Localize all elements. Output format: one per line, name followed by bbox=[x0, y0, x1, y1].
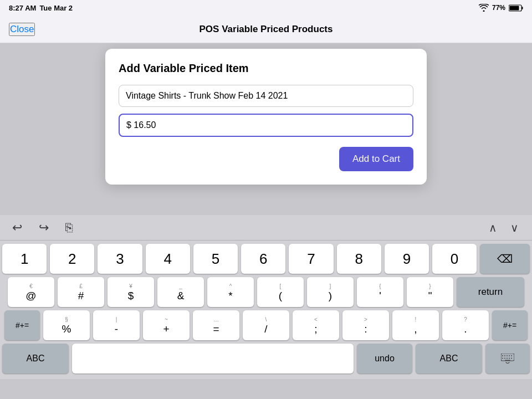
key-equals[interactable]: …= bbox=[193, 310, 239, 340]
key-semicolon[interactable]: <; bbox=[293, 310, 339, 340]
battery-level: 77% bbox=[492, 4, 505, 12]
key-4[interactable]: 4 bbox=[146, 244, 190, 274]
key-return[interactable]: return bbox=[457, 277, 524, 307]
svg-point-5 bbox=[502, 355, 503, 356]
undo-toolbar-button[interactable]: ↩ bbox=[9, 218, 25, 237]
key-8[interactable]: 8 bbox=[337, 244, 381, 274]
time: 8:27 AM bbox=[9, 4, 36, 12]
key-5[interactable]: 5 bbox=[193, 244, 238, 274]
key-delete[interactable]: ⌫ bbox=[480, 244, 530, 274]
svg-point-11 bbox=[504, 358, 505, 359]
key-mode-switch[interactable]: #+= bbox=[4, 310, 40, 340]
key-mode-switch-2[interactable]: #+= bbox=[492, 310, 528, 340]
key-slash[interactable]: \/ bbox=[243, 310, 289, 340]
status-right: 77% bbox=[479, 4, 523, 12]
key-6[interactable]: 6 bbox=[241, 244, 285, 274]
nav-title: POS Variable Priced Products bbox=[200, 24, 333, 35]
svg-rect-3 bbox=[501, 354, 514, 361]
date: Tue Mar 2 bbox=[39, 4, 73, 12]
modal-title: Add Variable Priced Item bbox=[119, 62, 413, 75]
keyboard: 1 2 3 4 5 6 7 8 9 0 ⌫ €@ £# ¥$ _& ^* [( … bbox=[0, 241, 532, 379]
add-to-cart-button[interactable]: Add to Cart bbox=[339, 147, 413, 171]
price-input[interactable] bbox=[119, 114, 413, 137]
svg-point-8 bbox=[509, 355, 510, 356]
paste-toolbar-button[interactable]: ⎘ bbox=[62, 218, 76, 237]
keyboard-dismiss-icon bbox=[501, 354, 514, 364]
keyboard-row-2: €@ £# ¥$ _& ^* [( ]) {' }" return bbox=[2, 277, 530, 307]
wifi-icon bbox=[479, 4, 489, 12]
key-minus[interactable]: |- bbox=[93, 310, 140, 340]
svg-point-6 bbox=[504, 355, 505, 356]
toolbar-right: ∧ ∨ bbox=[484, 219, 523, 237]
battery-icon bbox=[509, 4, 523, 12]
key-1[interactable]: 1 bbox=[2, 244, 47, 274]
key-asterisk[interactable]: ^* bbox=[207, 277, 254, 307]
modal-backdrop: Add Variable Priced Item Add to Cart bbox=[0, 43, 532, 215]
key-abc[interactable]: ABC bbox=[2, 344, 69, 374]
key-double-quote[interactable]: }" bbox=[407, 277, 453, 307]
key-colon[interactable]: >: bbox=[342, 310, 389, 340]
key-2[interactable]: 2 bbox=[50, 244, 94, 274]
key-dollar[interactable]: ¥$ bbox=[108, 277, 154, 307]
keyboard-row-4: ABC undo ABC bbox=[2, 344, 530, 374]
status-left: 8:27 AM Tue Mar 2 bbox=[9, 4, 73, 12]
svg-point-13 bbox=[509, 358, 510, 359]
key-9[interactable]: 9 bbox=[385, 244, 429, 274]
keyboard-toolbar: ↩ ↪ ⎘ ∧ ∨ bbox=[0, 215, 532, 241]
key-ampersand[interactable]: _& bbox=[157, 277, 204, 307]
key-at[interactable]: €@ bbox=[8, 277, 54, 307]
toolbar-left: ↩ ↪ ⎘ bbox=[9, 218, 76, 237]
status-bar: 8:27 AM Tue Mar 2 77% bbox=[0, 0, 532, 16]
item-name-input[interactable] bbox=[119, 85, 413, 107]
key-3[interactable]: 3 bbox=[98, 244, 142, 274]
key-keyboard-icon[interactable] bbox=[485, 344, 530, 374]
key-percent[interactable]: §% bbox=[43, 310, 90, 340]
key-close-paren[interactable]: ]) bbox=[307, 277, 354, 307]
svg-point-14 bbox=[511, 358, 512, 359]
key-hash[interactable]: £# bbox=[58, 277, 104, 307]
key-open-paren[interactable]: [( bbox=[257, 277, 304, 307]
svg-rect-2 bbox=[510, 6, 519, 10]
key-7[interactable]: 7 bbox=[289, 244, 333, 274]
key-single-quote[interactable]: {' bbox=[357, 277, 403, 307]
modal-footer: Add to Cart bbox=[119, 147, 413, 171]
modal-card: Add Variable Priced Item Add to Cart bbox=[105, 49, 427, 185]
keyboard-row-1: 1 2 3 4 5 6 7 8 9 0 ⌫ bbox=[2, 244, 530, 274]
svg-point-7 bbox=[507, 355, 508, 356]
svg-rect-1 bbox=[522, 7, 523, 9]
keyboard-row-3: #+= §% |- ~+ …= \/ <; >: !, ?. #+= bbox=[2, 310, 530, 340]
key-0[interactable]: 0 bbox=[432, 244, 477, 274]
svg-point-12 bbox=[507, 358, 508, 359]
arrow-down-button[interactable]: ∨ bbox=[506, 219, 523, 237]
key-plus[interactable]: ~+ bbox=[143, 310, 190, 340]
close-button[interactable]: Close bbox=[9, 23, 35, 36]
arrow-up-button[interactable]: ∧ bbox=[484, 219, 502, 237]
key-abc-2[interactable]: ABC bbox=[416, 344, 482, 374]
key-space[interactable] bbox=[72, 344, 354, 374]
svg-point-9 bbox=[511, 355, 512, 356]
redo-toolbar-button[interactable]: ↪ bbox=[35, 218, 52, 237]
key-period[interactable]: ?. bbox=[442, 310, 489, 340]
nav-bar: Close POS Variable Priced Products bbox=[0, 16, 532, 43]
key-undo[interactable]: undo bbox=[357, 344, 412, 374]
svg-point-10 bbox=[502, 358, 503, 359]
price-wrapper bbox=[119, 114, 413, 137]
key-comma[interactable]: !, bbox=[392, 310, 439, 340]
svg-rect-15 bbox=[505, 360, 510, 361]
